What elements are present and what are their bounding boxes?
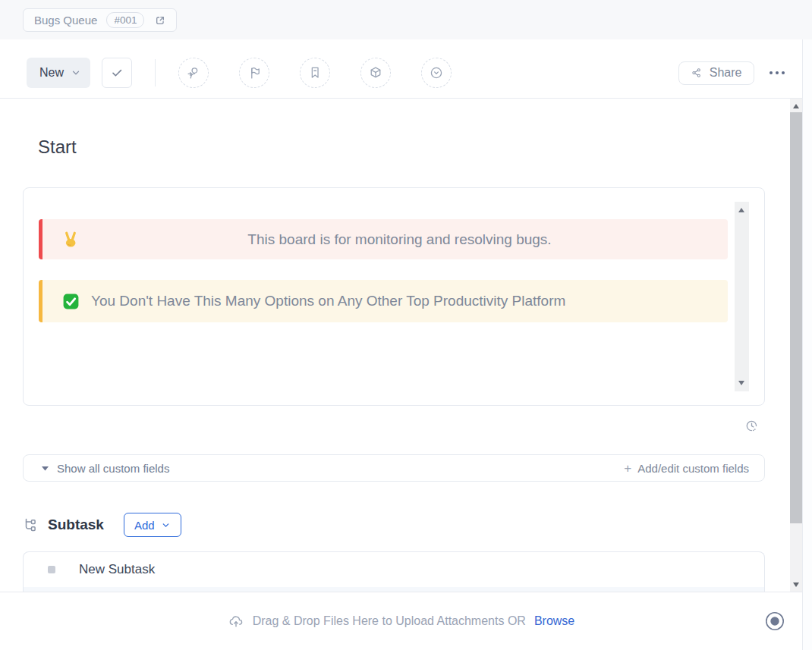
show-custom-fields-toggle[interactable]: Show all custom fields xyxy=(42,462,169,475)
subtask-section-title: Subtask xyxy=(48,517,104,533)
toolbar: New xyxy=(0,40,802,99)
subtask-row[interactable]: New Subtask xyxy=(24,552,764,587)
toolbar-divider xyxy=(155,59,156,86)
cloud-upload-icon xyxy=(228,613,244,630)
toolbar-right-group: Share xyxy=(678,61,802,85)
record-button[interactable] xyxy=(765,611,785,631)
circle-chevron-icon xyxy=(428,64,445,81)
check-mark-button-emoji xyxy=(61,292,80,311)
priority-button[interactable] xyxy=(239,58,269,88)
add-subtask-button[interactable]: Add xyxy=(124,513,181,537)
description-alert-yellow: You Don't Have This Many Options on Any … xyxy=(39,280,728,322)
scroll-up-arrow-icon[interactable] xyxy=(793,104,799,108)
item-type-button[interactable] xyxy=(360,58,391,88)
add-edit-custom-fields-button[interactable]: + Add/edit custom fields xyxy=(624,462,749,475)
attachments-dropzone[interactable]: Drag & Drop Files Here to Upload Attachm… xyxy=(0,592,802,650)
flag-icon xyxy=(246,64,263,81)
open-in-new-icon[interactable] xyxy=(153,14,167,27)
bookmark-button[interactable] xyxy=(300,58,330,88)
status-cycle-button[interactable] xyxy=(421,58,452,88)
alert-text: You Don't Have This Many Options on Any … xyxy=(91,293,565,309)
chevron-down-icon xyxy=(71,68,81,78)
subtask-status-square-icon xyxy=(48,566,55,573)
assignee-button[interactable] xyxy=(178,58,209,88)
scroll-down-arrow-icon[interactable] xyxy=(738,381,744,385)
page-scrollbar[interactable] xyxy=(790,99,802,592)
show-custom-fields-label: Show all custom fields xyxy=(57,462,169,475)
task-content-area: Start This board is for monitoring and r… xyxy=(0,99,790,592)
task-detail-window: Bugs Queue #001 New xyxy=(0,0,812,650)
more-options-button[interactable] xyxy=(768,67,787,80)
subtask-section-header: Subtask Add xyxy=(23,513,181,537)
description-editor[interactable]: This board is for monitoring and resolvi… xyxy=(23,187,765,406)
clock-icon xyxy=(744,418,760,434)
scroll-down-arrow-icon[interactable] xyxy=(793,582,799,587)
scroll-up-arrow-icon[interactable] xyxy=(738,208,744,212)
bookmark-minus-icon xyxy=(307,64,323,81)
chevron-down-icon xyxy=(161,520,171,530)
reassign-user-icon xyxy=(185,64,202,81)
add-edit-custom-fields-label: Add/edit custom fields xyxy=(637,462,749,475)
scrollbar-thumb[interactable] xyxy=(790,112,802,523)
task-title[interactable]: Start xyxy=(38,137,77,158)
cube-icon xyxy=(367,64,384,81)
checkmark-icon xyxy=(109,65,124,80)
status-new-button[interactable]: New xyxy=(27,58,90,88)
subtask-list-card: New Subtask xyxy=(23,551,765,592)
task-id-badge: #001 xyxy=(106,12,144,28)
dropzone-content: Drag & Drop Files Here to Upload Attachm… xyxy=(0,592,802,650)
record-circle-icon xyxy=(765,611,785,631)
status-new-label: New xyxy=(39,66,64,80)
share-button[interactable]: Share xyxy=(678,61,754,85)
add-subtask-label: Add xyxy=(134,519,155,532)
share-label: Share xyxy=(710,66,742,80)
history-button[interactable] xyxy=(744,418,760,437)
description-scrollbar[interactable] xyxy=(735,202,749,391)
caret-down-icon xyxy=(42,466,49,471)
complete-task-button[interactable] xyxy=(102,58,132,88)
plus-icon: + xyxy=(624,462,631,475)
topbar: Bugs Queue #001 xyxy=(0,0,812,39)
browse-link[interactable]: Browse xyxy=(534,614,574,628)
subtask-tree-icon xyxy=(23,517,39,533)
victory-hand-emoji xyxy=(61,230,80,249)
subtask-name: New Subtask xyxy=(79,562,155,577)
right-edge-panel xyxy=(802,39,812,650)
board-name: Bugs Queue xyxy=(34,14,97,27)
alert-text: This board is for monitoring and resolvi… xyxy=(80,231,719,248)
custom-fields-bar: Show all custom fields + Add/edit custom… xyxy=(23,454,765,482)
breadcrumb[interactable]: Bugs Queue #001 xyxy=(23,8,177,32)
dropzone-text: Drag & Drop Files Here to Upload Attachm… xyxy=(253,614,526,628)
description-alert-red: This board is for monitoring and resolvi… xyxy=(39,219,728,259)
share-icon xyxy=(691,67,703,79)
